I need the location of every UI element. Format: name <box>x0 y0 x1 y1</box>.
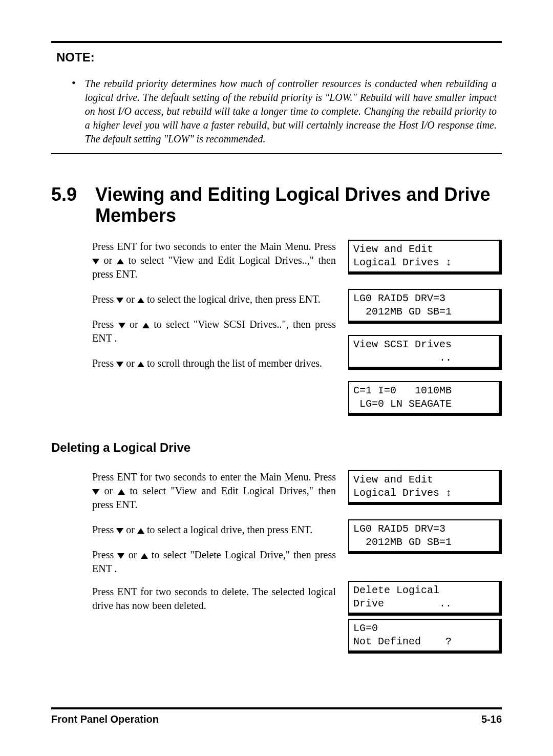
lcd-display: C=1 I=0 1010MB LG=0 LN SEAGATE <box>348 381 502 416</box>
view-text-column: Press ENT for two seconds to enter the M… <box>92 240 336 416</box>
footer-rule <box>51 707 502 709</box>
text-fragment: Press <box>92 319 118 330</box>
view-lcd-column: View and Edit Logical Drives ↕ LG0 RAID5… <box>348 240 502 416</box>
text-fragment: or <box>124 549 140 560</box>
text-fragment: or <box>123 293 137 305</box>
delete-step-3: Press or to select "Delete Logical Drive… <box>92 548 336 576</box>
section-number: 5.9 <box>51 184 77 205</box>
triangle-up-icon <box>118 489 125 495</box>
view-step-2: Press or to select the logical drive, th… <box>92 292 336 306</box>
page: NOTE: • The rebuild priority determines … <box>0 0 553 756</box>
spacer <box>348 370 502 381</box>
text-fragment: Press <box>92 293 116 305</box>
triangle-down-icon <box>92 489 99 495</box>
text-fragment: to select the logical drive, then press … <box>144 293 321 305</box>
footer-left: Front Panel Operation <box>51 713 159 725</box>
footer-row: Front Panel Operation 5-16 <box>51 713 502 725</box>
lcd-display: View and Edit Logical Drives ↕ <box>348 470 502 505</box>
delete-block: Press ENT for two seconds to enter the M… <box>92 470 502 654</box>
triangle-down-icon <box>116 528 123 534</box>
delete-step-4: Press ENT for two seconds to delete. The… <box>92 585 336 613</box>
spacer <box>348 554 502 581</box>
spacer <box>348 505 502 519</box>
page-footer: Front Panel Operation 5-16 <box>51 707 502 725</box>
triangle-down-icon <box>92 259 99 264</box>
lcd-display: LG0 RAID5 DRV=3 2012MB GD SB=1 <box>348 289 502 324</box>
triangle-up-icon <box>137 298 144 303</box>
triangle-up-icon <box>137 528 144 534</box>
section-title: Viewing and Editing Logical Drives and D… <box>95 184 502 226</box>
text-fragment: or <box>123 524 137 535</box>
note-text: The rebuild priority determines how much… <box>85 77 497 146</box>
triangle-up-icon <box>137 362 144 367</box>
triangle-up-icon <box>117 259 124 264</box>
text-fragment: Press <box>92 524 116 535</box>
note-body: • The rebuild priority determines how mu… <box>51 77 502 146</box>
text-fragment: Press ENT for two seconds to enter the M… <box>92 241 336 252</box>
text-fragment: or <box>99 485 118 496</box>
text-fragment: or <box>123 358 137 369</box>
note-bottom-rule <box>51 153 502 154</box>
bullet-icon: • <box>72 77 76 146</box>
note-heading: NOTE: <box>56 50 502 65</box>
lcd-display: LG=0 Not Defined ? <box>348 619 502 654</box>
delete-text-column: Press ENT for two seconds to enter the M… <box>92 470 336 654</box>
text-fragment: or <box>125 319 142 330</box>
text-fragment: or <box>99 255 117 266</box>
text-fragment: to select "View and Edit Logical Drives.… <box>92 255 336 280</box>
note-top-rule <box>51 41 502 43</box>
triangle-down-icon <box>116 298 123 303</box>
section-heading: 5.9 Viewing and Editing Logical Drives a… <box>51 184 502 226</box>
view-step-3: Press or to select "View SCSI Drives..",… <box>92 318 336 345</box>
view-block: Press ENT for two seconds to enter the M… <box>92 240 502 416</box>
triangle-down-icon <box>116 362 123 367</box>
delete-step-1: Press ENT for two seconds to enter the M… <box>92 470 336 512</box>
text-fragment: to scroll through the list of member dri… <box>144 358 322 369</box>
lcd-display: Delete Logical Drive .. <box>348 581 502 616</box>
text-fragment: to select a logical drive, then press EN… <box>144 524 312 535</box>
triangle-up-icon <box>141 553 148 559</box>
triangle-down-icon <box>117 553 124 559</box>
view-step-4: Press or to scroll through the list of m… <box>92 356 336 370</box>
text-fragment: Press <box>92 358 116 369</box>
lcd-display: View and Edit Logical Drives ↕ <box>348 240 502 275</box>
triangle-down-icon <box>118 323 125 328</box>
delete-step-2: Press or to select a logical drive, then… <box>92 523 336 537</box>
text-fragment: to select "View and Edit Logical Drives,… <box>92 485 336 510</box>
subheading-deleting: Deleting a Logical Drive <box>51 440 502 455</box>
text-fragment: Press <box>92 549 117 560</box>
delete-lcd-column: View and Edit Logical Drives ↕ LG0 RAID5… <box>348 470 502 654</box>
triangle-up-icon <box>142 323 150 328</box>
view-step-1: Press ENT for two seconds to enter the M… <box>92 240 336 281</box>
lcd-display: LG0 RAID5 DRV=3 2012MB GD SB=1 <box>348 519 502 554</box>
text-fragment: Press ENT for two seconds to enter the M… <box>92 471 336 482</box>
lcd-display: View SCSI Drives .. <box>348 335 502 370</box>
footer-page-number: 5-16 <box>481 713 502 725</box>
spacer <box>348 275 502 289</box>
spacer <box>348 324 502 335</box>
